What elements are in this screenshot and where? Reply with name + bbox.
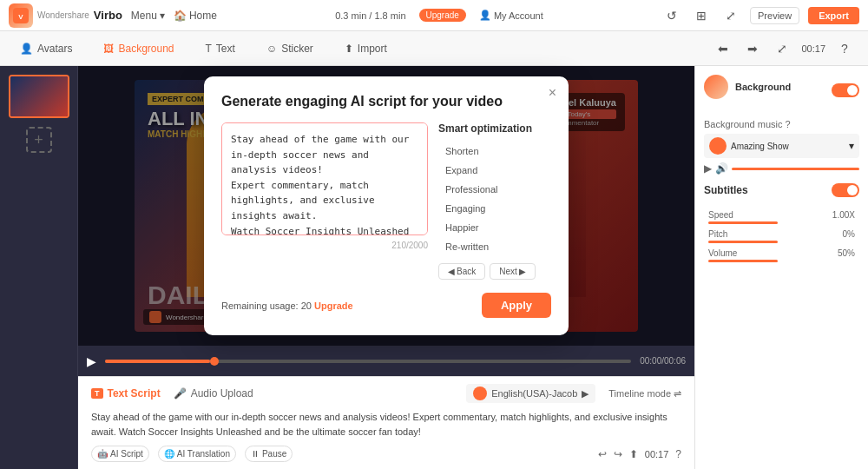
sound-icon[interactable]: 🔊	[715, 162, 728, 175]
ai-script-modal: × Generate engaging AI script for your v…	[204, 76, 569, 335]
bg-avatar-row: Background	[704, 75, 791, 99]
background-title: Background	[735, 82, 791, 92]
music-label: Background music ?	[704, 119, 859, 129]
menu-button[interactable]: Menu ▾	[131, 10, 165, 22]
script-input-area: Stay ahead of the game with our in-depth…	[221, 122, 428, 280]
help-icon-bottom[interactable]: ?	[675, 448, 681, 460]
pitch-slider[interactable]	[708, 241, 778, 243]
account-button[interactable]: 👤 My Account	[479, 10, 543, 21]
progress-bar[interactable]	[105, 360, 631, 363]
subtitles-thumb	[847, 185, 858, 195]
play-button[interactable]: ▶	[87, 354, 96, 368]
speed-slider[interactable]	[708, 221, 778, 224]
voice-avatar	[473, 386, 487, 400]
time-display: 0.3 min / 1.8 min	[335, 10, 405, 21]
speed-label-row: Speed 1.00X	[708, 210, 855, 220]
smart-title: Smart optimization	[438, 122, 551, 135]
brand-name: Wondershare	[37, 10, 89, 20]
ai-script-icon: 🤖	[97, 449, 108, 459]
app-name: Virbo	[94, 9, 122, 22]
text-script-tab[interactable]: T Text Script	[91, 387, 161, 400]
option-happier[interactable]: Happier	[438, 218, 551, 237]
main-area: + EXPERT COMMENTARY ALL IN (NENE! MATCH …	[0, 66, 868, 469]
refresh-icon[interactable]: ↺	[661, 5, 682, 26]
pitch-section: Pitch 0%	[704, 229, 859, 243]
import-tool[interactable]: ⬆ Import	[338, 38, 394, 59]
pause-chip[interactable]: ⏸ Pause	[245, 446, 293, 462]
sticker-tool[interactable]: ☺ Sticker	[260, 38, 320, 59]
bottom-tabs: T Text Script 🎤 Audio Upload English(USA…	[91, 384, 681, 403]
bottom-tools: 🤖 AI Script 🌐 AI Translation ⏸ Pause	[91, 446, 293, 462]
app-logo-icon: V	[9, 3, 33, 28]
option-rewritten[interactable]: Re-written	[438, 237, 551, 256]
background-header: Background	[704, 75, 859, 106]
subtitles-label: Subtitles	[704, 184, 748, 196]
bottom-panel: T Text Script 🎤 Audio Upload English(USA…	[78, 376, 694, 469]
timeline-mode-button[interactable]: Timeline mode ⇌	[608, 388, 681, 400]
option-professional[interactable]: Professional	[438, 180, 551, 199]
speed-section: Speed 1.00X	[704, 210, 859, 224]
expand-icon[interactable]: ⤢	[720, 5, 741, 26]
upgrade-button[interactable]: Upgrade	[419, 9, 466, 22]
script-textarea[interactable]: Stay ahead of the game with our in-depth…	[221, 122, 428, 235]
smart-nav: ◀ Back Next ▶	[438, 263, 551, 280]
top-bar-center: 0.3 min / 1.8 min Upgrade 👤 My Account	[335, 9, 543, 22]
upgrade-link[interactable]: Upgrade	[314, 301, 353, 311]
secondary-toolbar: 👤 Avatars 🖼 Background T Text ☺ Sticker …	[0, 31, 868, 66]
progress-fill	[105, 360, 210, 363]
back-button[interactable]: ◀ Back	[438, 263, 485, 280]
bottom-footer: 🤖 AI Script 🌐 AI Translation ⏸ Pause ↩ ↪	[91, 446, 681, 462]
music-album-art	[709, 137, 727, 155]
play-music-button[interactable]: ▶	[704, 162, 712, 175]
ai-script-chip[interactable]: 🤖 AI Script	[91, 446, 149, 462]
export-button[interactable]: Export	[808, 7, 859, 24]
background-toggle[interactable]	[832, 83, 859, 97]
apply-button[interactable]: Apply	[482, 293, 551, 318]
char-count: 210/2000	[221, 241, 428, 250]
subtitles-header: Subtitles	[704, 183, 859, 197]
audio-upload-tab[interactable]: 🎤 Audio Upload	[174, 387, 253, 400]
preview-button[interactable]: Preview	[750, 7, 799, 24]
top-bar-right: ↺ ⊞ ⤢ Preview Export	[661, 5, 859, 26]
volume-section: Volume 50%	[704, 248, 859, 262]
voice-selector[interactable]: English(USA)-Jacob ▶	[466, 384, 595, 403]
right-panel: Background Background music ? Amazing Sh…	[694, 66, 868, 469]
volume-slider[interactable]	[732, 168, 859, 170]
playback-bar: ▶ 00:00/00:06	[78, 346, 694, 376]
text-tool[interactable]: T Text	[199, 38, 242, 59]
subtitles-toggle[interactable]	[832, 183, 859, 197]
music-help-icon: ?	[786, 119, 791, 129]
redo-btn[interactable]: ↪	[614, 448, 622, 460]
avatars-tool[interactable]: 👤 Avatars	[13, 38, 79, 59]
music-track-name: Amazing Show	[731, 142, 845, 151]
background-tool[interactable]: 🖼 Background	[96, 38, 181, 59]
home-button[interactable]: 🏠 Home	[174, 10, 217, 22]
text-icon: T	[206, 43, 212, 55]
help-icon[interactable]: ?	[834, 38, 855, 59]
zoom-icon[interactable]: ⤢	[772, 38, 792, 59]
option-shorten[interactable]: Shorten	[438, 142, 551, 161]
add-slide-button[interactable]: +	[26, 127, 52, 153]
volume-label-row: Volume 50%	[708, 248, 855, 258]
modal-close-button[interactable]: ×	[549, 85, 556, 101]
left-panel: +	[0, 66, 78, 469]
next-button[interactable]: Next ▶	[490, 263, 536, 280]
share-icon[interactable]: ⬆	[629, 448, 638, 460]
background-icon: 🖼	[103, 43, 114, 55]
pause-icon: ⏸	[251, 449, 260, 459]
volume-slider-right[interactable]	[708, 260, 778, 262]
undo-btn[interactable]: ↩	[598, 448, 607, 460]
text-script-icon: T	[91, 388, 103, 399]
option-expand[interactable]: Expand	[438, 161, 551, 180]
redo-icon[interactable]: ➡	[742, 38, 763, 59]
logo-area: V Wondershare Virbo	[9, 3, 122, 28]
modal-overlay: × Generate engaging AI script for your v…	[78, 66, 694, 346]
grid-icon[interactable]: ⊞	[691, 5, 712, 26]
import-icon: ⬆	[345, 43, 353, 55]
ai-translation-chip[interactable]: 🌐 AI Translation	[158, 446, 236, 462]
music-section: Background music ? Amazing Show ▾ ▶ 🔊	[704, 119, 859, 175]
undo-icon[interactable]: ⬅	[713, 38, 733, 59]
option-engaging[interactable]: Engaging	[438, 199, 551, 218]
modal-body: Stay ahead of the game with our in-depth…	[221, 122, 551, 280]
thumbnail-1[interactable]	[9, 75, 69, 118]
